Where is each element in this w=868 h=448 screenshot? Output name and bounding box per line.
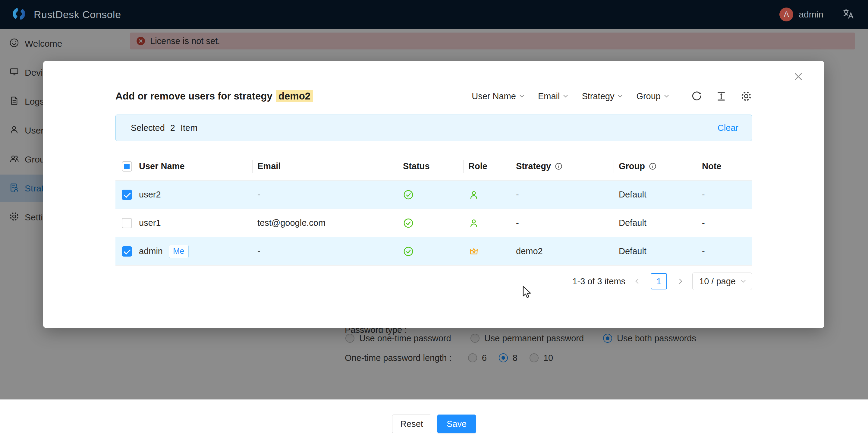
filter-label: Email [538, 91, 560, 101]
column-header-note: Note [701, 152, 752, 181]
chevron-down-icon [520, 93, 524, 98]
brand: RustDesk Console [12, 7, 121, 22]
selection-text: Selected [131, 123, 165, 133]
screen: RustDesk Console A admin [0, 0, 868, 448]
filter-bar: User Name Email Strategy Group [472, 90, 752, 102]
status-active-icon [403, 246, 414, 257]
refresh-icon[interactable] [691, 91, 702, 101]
header-checkbox-cell [116, 152, 138, 181]
cell-role [468, 246, 516, 257]
table-row[interactable]: admin Me - demo2 Def [116, 237, 752, 266]
row-checkbox[interactable] [122, 218, 132, 228]
cell-email: test@google.com [257, 218, 402, 228]
cell-role [468, 189, 516, 200]
role-user-icon [468, 189, 479, 200]
user-name: admin [799, 9, 824, 20]
column-header-user-name: User Name [138, 152, 257, 181]
page-size-value: 10 / page [699, 276, 736, 287]
filter-group[interactable]: Group [636, 91, 668, 101]
cell-status [402, 218, 468, 229]
filter-label: Group [636, 91, 661, 101]
chevron-down-icon [563, 93, 568, 98]
info-icon[interactable] [649, 162, 657, 170]
language-icon[interactable] [842, 7, 855, 21]
column-header-email: Email [257, 152, 402, 181]
page-number-button[interactable]: 1 [651, 273, 667, 290]
table-toolbar [691, 90, 752, 102]
cell-note: - [701, 246, 752, 256]
cell-strategy: - [516, 190, 618, 200]
next-page-icon[interactable] [677, 279, 682, 284]
column-header-status: Status [402, 152, 468, 181]
modal-title: Add or remove users for strategydemo2 [116, 90, 313, 102]
filter-strategy[interactable]: Strategy [582, 91, 622, 101]
filter-email[interactable]: Email [538, 91, 567, 101]
cell-status [402, 246, 468, 257]
cell-strategy: demo2 [516, 246, 618, 256]
cell-email: - [257, 246, 402, 256]
chevron-down-icon [664, 93, 669, 98]
filter-label: User Name [472, 91, 516, 101]
table-header: User Name Email Status Role Strategy Gro… [116, 152, 752, 181]
role-admin-crown-icon [468, 246, 479, 257]
pagination-summary: 1-3 of 3 items [572, 276, 625, 287]
clear-selection-link[interactable]: Clear [718, 123, 738, 133]
info-icon[interactable] [555, 162, 563, 170]
gear-icon[interactable] [741, 90, 752, 102]
column-header-group: Group [618, 152, 701, 181]
cell-role [468, 218, 516, 229]
footer: Reset Save [0, 399, 868, 448]
selection-suffix: Item [181, 123, 197, 133]
selection-banner: Selected 2 Item Clear [116, 115, 752, 141]
cell-user-name: user1 [138, 218, 257, 228]
close-icon[interactable] [792, 70, 805, 83]
cell-strategy: - [516, 218, 618, 228]
selection-count: 2 [170, 123, 175, 133]
me-badge: Me [169, 245, 189, 258]
role-user-icon [468, 218, 479, 229]
cell-user-name: admin Me [138, 245, 257, 258]
avatar: A [779, 7, 793, 21]
prev-page-icon[interactable] [636, 279, 641, 284]
topbar: RustDesk Console A admin [0, 0, 868, 29]
table-row[interactable]: user2 - - Default - [116, 181, 752, 209]
filter-label: Strategy [582, 91, 614, 101]
column-height-icon[interactable] [716, 91, 727, 101]
filter-user-name[interactable]: User Name [472, 91, 524, 101]
cell-group: Default [618, 246, 701, 256]
row-checkbox[interactable] [122, 246, 132, 257]
cell-status [402, 189, 468, 200]
modal-header: Add or remove users for strategydemo2 Us… [116, 87, 752, 106]
save-button[interactable]: Save [437, 415, 476, 433]
status-active-icon [403, 218, 414, 229]
strategy-name-highlight: demo2 [276, 90, 313, 102]
cell-email: - [257, 190, 402, 200]
column-header-role: Role [468, 152, 516, 181]
cell-user-name: user2 [138, 190, 257, 200]
topbar-right: A admin [779, 7, 855, 21]
status-active-icon [403, 189, 414, 200]
app-title: RustDesk Console [34, 9, 121, 21]
cell-note: - [701, 190, 752, 200]
table-row[interactable]: user1 test@google.com - Default - [116, 209, 752, 237]
add-remove-users-dialog: Add or remove users for strategydemo2 Us… [43, 61, 824, 328]
user-menu[interactable]: A admin [779, 7, 824, 21]
modal-title-text: Add or remove users for strategy [116, 90, 273, 101]
reset-button[interactable]: Reset [392, 415, 431, 433]
page-size-select[interactable]: 10 / page [692, 272, 752, 290]
cell-note: - [701, 218, 752, 228]
row-checkbox[interactable] [122, 190, 132, 200]
chevron-down-icon [618, 93, 623, 98]
select-all-checkbox[interactable] [122, 161, 132, 172]
pagination: 1-3 of 3 items 1 10 / page [572, 272, 752, 290]
cell-group: Default [618, 218, 701, 228]
cell-group: Default [618, 190, 701, 200]
column-header-strategy: Strategy [516, 152, 618, 181]
rustdesk-logo-icon [12, 7, 26, 22]
chevron-down-icon [741, 278, 746, 283]
